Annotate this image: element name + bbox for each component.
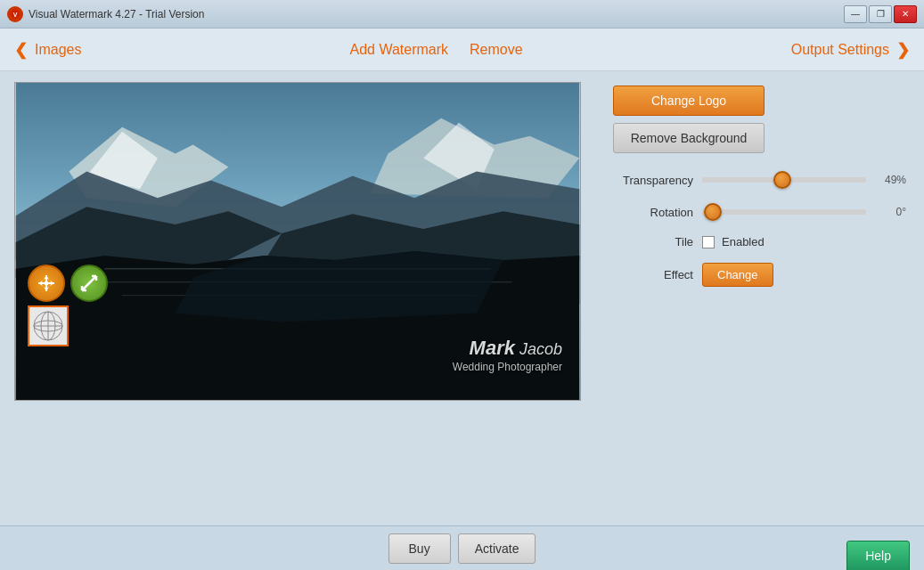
nav-forward[interactable]: Output Settings ❯ [791, 40, 910, 60]
transparency-row: Transparency 49% [613, 171, 906, 189]
bottom-right: Help [838, 526, 910, 571]
panel-buttons: Change Logo Remove Background [613, 86, 906, 153]
images-nav-link[interactable]: Images [35, 42, 81, 58]
transparency-track [702, 177, 866, 183]
transparency-value: 49% [875, 174, 906, 186]
move-icon[interactable] [28, 265, 65, 302]
rotation-thumb[interactable] [704, 203, 722, 221]
title-text: Visual Watermark 4.27 - Trial Version [29, 8, 204, 20]
overlay-icons [28, 265, 108, 302]
logo-thumbnail[interactable] [28, 305, 69, 346]
main-content: Mark Jacob Wedding Photographer Change L… [0, 71, 924, 525]
change-logo-button[interactable]: Change Logo [613, 86, 765, 116]
svg-text:V: V [13, 12, 18, 18]
transparency-fill [702, 177, 782, 183]
rotation-row: Rotation 0° [613, 203, 906, 221]
image-container: Mark Jacob Wedding Photographer [14, 82, 581, 401]
change-effect-button[interactable]: Change [702, 263, 773, 287]
tile-enabled-label: Enabled [722, 235, 765, 248]
watermark-overlay: Mark Jacob Wedding Photographer [453, 336, 562, 375]
tile-checkbox-container[interactable]: Enabled [702, 235, 765, 248]
remove-nav-link[interactable]: Remove [470, 42, 523, 58]
tile-checkbox[interactable] [702, 236, 715, 248]
image-overlay-controls [28, 265, 108, 346]
help-button[interactable]: Help [846, 541, 910, 571]
bottom-bar: Buy Activate Help [0, 525, 924, 570]
nav-bar: ❮ Images Add Watermark Remove Output Set… [0, 28, 924, 71]
restore-button[interactable]: ❐ [869, 5, 892, 23]
svg-line-23 [82, 276, 96, 290]
transparency-thumb[interactable] [773, 171, 791, 189]
tile-row: Tile Enabled [613, 235, 906, 248]
back-arrow-icon: ❮ [14, 40, 28, 60]
rotation-track [702, 209, 866, 215]
transparency-label: Transparency [613, 174, 693, 187]
watermark-name: Mark Jacob [453, 336, 562, 362]
effect-label: Effect [613, 268, 693, 281]
rotation-slider[interactable] [702, 203, 866, 221]
title-bar: V Visual Watermark 4.27 - Trial Version … [0, 0, 924, 28]
image-area: Mark Jacob Wedding Photographer [0, 71, 595, 525]
forward-arrow-icon: ❯ [896, 40, 910, 60]
buy-button[interactable]: Buy [388, 533, 451, 564]
output-settings-nav-link[interactable]: Output Settings [791, 42, 889, 58]
rotation-label: Rotation [613, 206, 693, 219]
add-watermark-nav-link[interactable]: Add Watermark [350, 42, 449, 58]
close-button[interactable]: ✕ [894, 5, 917, 23]
rotation-value: 0° [875, 206, 906, 218]
effect-row: Effect Change [613, 263, 906, 287]
watermark-subtitle: Wedding Photographer [453, 361, 562, 375]
bottom-center-buttons: Buy Activate [388, 533, 536, 564]
resize-icon[interactable] [70, 265, 108, 302]
remove-background-button[interactable]: Remove Background [613, 123, 765, 153]
app-icon: V [7, 6, 23, 22]
activate-button[interactable]: Activate [458, 533, 536, 564]
nav-center: Add Watermark Remove [350, 42, 523, 58]
nav-back[interactable]: ❮ Images [14, 40, 81, 60]
watermark-bold: Mark [470, 337, 515, 359]
transparency-slider[interactable] [702, 171, 866, 189]
right-panel: Change Logo Remove Background Transparen… [595, 71, 924, 525]
watermark-normal: Jacob [515, 340, 562, 358]
title-bar-left: V Visual Watermark 4.27 - Trial Version [7, 6, 204, 22]
window-controls: — ❐ ✕ [844, 5, 917, 23]
tile-label: Tile [613, 235, 693, 248]
minimize-button[interactable]: — [844, 5, 867, 23]
